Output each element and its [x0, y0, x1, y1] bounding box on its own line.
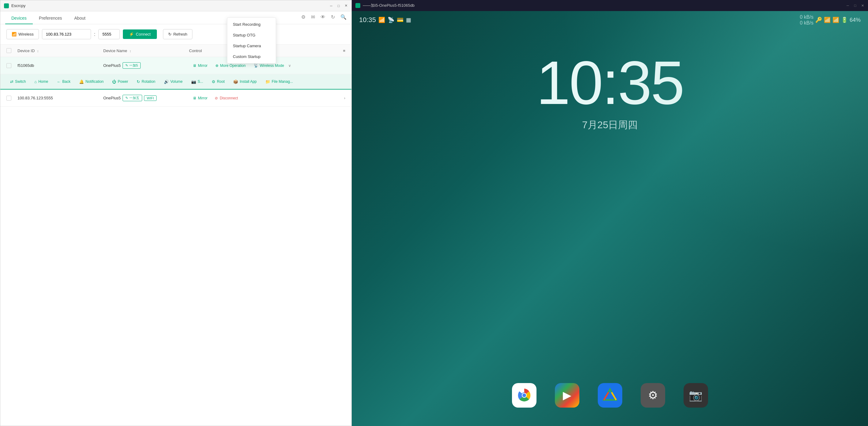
file-manager-button[interactable]: 📁 File Manag...	[262, 78, 297, 86]
dock-camera-icon[interactable]: 📷	[684, 383, 708, 407]
upload-speed: 0 kB/s	[800, 14, 813, 20]
search-icon[interactable]: 🔍	[340, 14, 346, 20]
minimize-button[interactable]: ─	[329, 4, 333, 8]
power-button[interactable]: ⏻ Power	[108, 78, 132, 86]
download-speed: 0 kB/s	[800, 20, 813, 26]
install-icon: 📦	[233, 80, 238, 84]
connection-toolbar: 📶 Wireless : ⚡ Connect ↻ Refresh	[0, 24, 351, 45]
sim-card-icon: 💳	[397, 17, 404, 23]
notification-button[interactable]: 🔔 Notification	[75, 78, 107, 86]
row1-expand-icon[interactable]: ∨	[288, 63, 291, 68]
device-name-sort-icon[interactable]: ↕	[130, 49, 131, 53]
phone-title-left: ——加i5-OnePlus5-f51065db	[355, 3, 414, 8]
disconnect-icon: ⊘	[215, 96, 218, 100]
refresh-button[interactable]: ↻ Refresh	[163, 29, 193, 39]
refresh-label: Refresh	[174, 32, 187, 36]
row1-device-name: OnePlus5	[103, 63, 121, 68]
screenshot-button[interactable]: 📷 S...	[187, 78, 207, 86]
wireless-mode-icon: 📡	[254, 63, 258, 68]
eye-icon[interactable]: 👁	[320, 15, 326, 20]
connect-button[interactable]: ⚡ Connect	[123, 29, 157, 39]
maximize-button[interactable]: □	[337, 4, 340, 8]
startup-camera-item[interactable]: Startup Camera	[227, 45, 276, 51]
lock-screen-clock: 10:35 7月25日周四	[352, 52, 868, 132]
root-button[interactable]: ⚙ Root	[208, 78, 228, 86]
filter-icon[interactable]: ≡	[343, 49, 345, 53]
row1-mirror-button[interactable]: 🖥 Mirror	[189, 62, 211, 69]
row2-device-tag[interactable]: ✎ 一加五	[123, 95, 142, 101]
dock-settings-icon[interactable]: ⚙	[641, 383, 665, 407]
tab-about[interactable]: About	[68, 11, 92, 24]
row2-wifi-tag: WIFI	[144, 95, 157, 101]
row1-device-id: f51065db	[18, 63, 34, 68]
refresh-toolbar-icon[interactable]: ↻	[331, 14, 335, 20]
row1-device-tag[interactable]: ✎ 一加5	[123, 62, 141, 69]
row2-controls: 🖥 Mirror ⊘ Disconnect ›	[189, 94, 345, 102]
switch-icon: ⇄	[10, 80, 13, 84]
root-icon: ⚙	[212, 80, 215, 84]
signal-icon: 📶	[833, 17, 839, 23]
edit-icon-2: ✎	[125, 96, 128, 100]
phone-window: ——加i5-OnePlus5-f51065db ─ □ ✕ 10:35 📶 📡 …	[352, 0, 868, 426]
wireless-label: Wireless	[19, 32, 34, 36]
row2-mirror-button[interactable]: 🖥 Mirror	[189, 94, 211, 102]
connect-label: Connect	[136, 32, 150, 36]
phone-dock: ▶ ⚙ 📷	[352, 376, 868, 420]
status-right: 0 kB/s 0 kB/s 🔑 📶 📶 🔋 64%	[800, 14, 861, 26]
volume-icon: 🔊	[164, 80, 169, 84]
screenshot-icon: 📷	[191, 80, 196, 84]
device-row-1: f51065db OnePlus5 ✎ 一加5 🖥 Mirror	[0, 57, 351, 74]
network-speed: 0 kB/s 0 kB/s	[800, 14, 813, 26]
key-icon: 🔑	[815, 17, 822, 23]
volume-button[interactable]: 🔊 Volume	[160, 78, 186, 86]
back-button[interactable]: ← Back	[53, 78, 74, 86]
row1-checkbox[interactable]	[6, 63, 11, 68]
dock-chrome-icon[interactable]	[512, 383, 536, 407]
status-bar: 10:35 📶 📡 💳 ▦ 0 kB/s 0 kB/s 🔑 📶 📶 🔋 64%	[352, 11, 868, 28]
battery-percent: 64%	[849, 17, 861, 23]
wifi-icon-status: 📶	[824, 17, 831, 23]
control-bar: ⇄ Switch ⌂ Home ← Back 🔔 Notification ⏻	[0, 74, 351, 90]
more-operation-dropdown: Start Recording Startup OTG Startup Came…	[227, 45, 276, 63]
monitor-icon-2: 🖥	[193, 96, 196, 100]
device-row-2: 100.83.76.123:5555 OnePlus5 ✎ 一加五 WIFI 🖥…	[0, 90, 351, 107]
dock-play-icon[interactable]: ▶	[555, 383, 579, 407]
phone-maximize-button[interactable]: □	[853, 4, 857, 7]
switch-button[interactable]: ⇄ Switch	[6, 78, 29, 86]
phone-screen: 10:35 📶 📡 💳 ▦ 0 kB/s 0 kB/s 🔑 📶 📶 🔋 64%	[352, 11, 868, 426]
wireless-button[interactable]: 📶 Wireless	[6, 29, 39, 39]
custom-startup-item[interactable]: Custom Startup	[227, 51, 276, 62]
settings-icon[interactable]: ⚙	[301, 14, 306, 20]
colon-separator: :	[94, 32, 95, 37]
notification-icon: 🔔	[79, 80, 84, 84]
ip-input[interactable]	[42, 29, 91, 39]
file-icon: 📁	[265, 80, 270, 84]
row2-disconnect-button[interactable]: ⊘ Disconnect	[211, 94, 242, 102]
phone-minimize-button[interactable]: ─	[846, 4, 849, 7]
title-bar: Escrcpy ─ □ ✕	[0, 0, 351, 11]
title-bar-left: Escrcpy	[4, 3, 25, 8]
back-icon: ←	[57, 80, 61, 84]
wifi-status-icon: 📡	[388, 17, 394, 23]
tab-preferences[interactable]: Preferences	[33, 11, 68, 24]
select-all-checkbox[interactable]	[6, 48, 11, 53]
device-id-sort-icon[interactable]: ↕	[37, 49, 39, 53]
message-icon[interactable]: ✉	[311, 14, 315, 20]
tab-bar: Devices Preferences About ⚙ ✉ 👁 ↻ 🔍	[0, 11, 351, 24]
tab-devices[interactable]: Devices	[5, 11, 33, 24]
more-icon: ⊕	[215, 63, 218, 68]
connect-icon: ⚡	[129, 32, 134, 36]
dock-drive-icon[interactable]	[598, 383, 622, 407]
install-app-button[interactable]: 📦 Install App	[229, 78, 260, 86]
home-button[interactable]: ⌂ Home	[31, 78, 52, 86]
close-button[interactable]: ✕	[344, 4, 348, 8]
row2-expand-icon[interactable]: ›	[344, 96, 345, 100]
row2-device-id: 100.83.76.123:5555	[18, 96, 53, 100]
row2-checkbox[interactable]	[6, 96, 11, 101]
monitor-icon: 🖥	[193, 63, 196, 68]
phone-title-bar: ——加i5-OnePlus5-f51065db ─ □ ✕	[352, 0, 868, 11]
clock-time: 10:35	[352, 52, 868, 113]
port-input[interactable]	[98, 29, 120, 39]
rotation-button[interactable]: ↻ Rotation	[133, 78, 159, 86]
phone-close-button[interactable]: ✕	[861, 4, 864, 7]
